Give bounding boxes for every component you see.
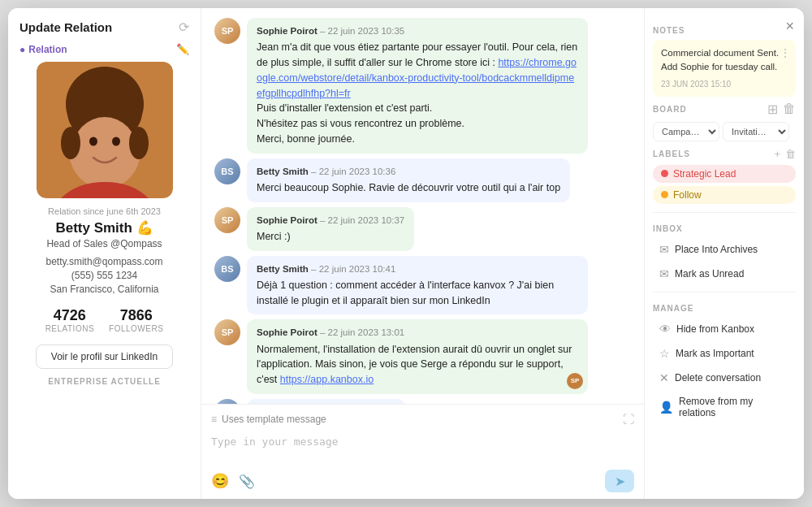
chat-panel: SP Sophie Poirot – 22 juin 2023 10:35 Je…: [201, 8, 645, 499]
board-select-2[interactable]: Invitation Se...: [723, 122, 789, 141]
delete-icon: ✕: [659, 371, 669, 384]
labels-title: LABELS: [653, 150, 690, 158]
label-strategic-text: Strategic Lead: [673, 168, 736, 180]
manage-action-important[interactable]: ☆ Mark as Important: [653, 342, 796, 365]
hide-icon: 👁: [659, 323, 671, 336]
header-icon: ⟳: [179, 20, 189, 35]
manage-important-label: Mark as Important: [676, 348, 754, 359]
remove-icon: 👤: [659, 401, 673, 414]
stat-followers-value: 7866: [120, 307, 153, 324]
chat-messages: SP Sophie Poirot – 22 juin 2023 10:35 Je…: [201, 8, 644, 404]
msg-text-3: Merci :): [257, 229, 404, 245]
inbox-action-unread[interactable]: ✉ Mark as Unread: [653, 262, 796, 285]
label-strategic: Strategic Lead: [653, 165, 796, 183]
msg-sender-3: Sophie Poirot – 22 juin 2023 10:37: [257, 214, 404, 228]
label-actions: + 🗑: [774, 148, 796, 160]
manage-delete-label: Delete conversation: [675, 372, 761, 384]
template-icon: ≡: [211, 414, 217, 425]
stat-relations: 4726 RELATIONS: [45, 307, 94, 333]
close-button[interactable]: ×: [785, 18, 794, 35]
bubble-3: Sophie Poirot – 22 juin 2023 10:37 Merci…: [247, 207, 414, 251]
label-dot-orange: [661, 191, 668, 198]
send-button[interactable]: ➤: [605, 470, 634, 492]
person-location: San Francisco, California: [50, 284, 158, 295]
attach-icon[interactable]: 📎: [239, 474, 255, 489]
board-row: BOARD ⊞ 🗑: [653, 102, 796, 117]
label-dot-red: [661, 170, 668, 177]
relation-section: ● Relation ✏️: [8, 40, 201, 62]
manage-action-hide[interactable]: 👁 Hide from Kanbox: [653, 318, 796, 340]
note-card: ⋮ Commercial document Sent. Add Sophie f…: [653, 40, 796, 97]
panel-title: Update Relation: [19, 20, 112, 34]
relation-icon: ●: [19, 44, 25, 55]
label-follow-text: Follow: [673, 189, 702, 201]
msg-sender-4: Betty Smith – 22 juin 2023 10:41: [257, 262, 578, 276]
board-select-1[interactable]: Campaign F...: [653, 122, 719, 141]
bubble-1: Sophie Poirot – 22 juin 2023 10:35 Jean …: [247, 18, 588, 154]
manage-title: MANAGE: [653, 304, 796, 313]
stats-row: 4726 RELATIONS 7866 FOLLOWERS: [45, 307, 164, 333]
board-selects: Campaign F... Invitation Se...: [653, 122, 796, 141]
manage-action-remove[interactable]: 👤 Remove from my relations: [653, 391, 796, 423]
notes-title: NOTES: [653, 26, 796, 35]
board-icons: ⊞ 🗑: [767, 102, 796, 117]
board-icon-1[interactable]: ⊞: [767, 102, 778, 117]
template-label: Uses template message: [222, 414, 326, 425]
person-phone: (555) 555 1234: [71, 270, 137, 281]
msg-link-1[interactable]: https://chrome.google.com/webstore/detai…: [257, 57, 577, 99]
chat-footer: ≡ Uses template message ⛶ 😊 📎 ➤: [201, 404, 644, 499]
avatar-betty-3: BS: [214, 399, 240, 404]
person-title: Head of Sales @Qompass: [46, 238, 162, 249]
entreprise-label: ENTREPRISE ACTUELLE: [8, 377, 201, 386]
stat-relations-value: 4726: [54, 307, 86, 324]
label-delete-icon[interactable]: 🗑: [785, 148, 796, 160]
inbox-unread-label: Mark as Unread: [675, 268, 744, 280]
emoji-icon[interactable]: 😊: [211, 472, 229, 490]
divider-2: [653, 292, 796, 292]
linkedin-button[interactable]: Voir le profil sur LinkedIn: [36, 344, 173, 369]
message-2: BS Betty Smith – 22 juin 2023 10:36 Merc…: [214, 158, 631, 202]
expand-icon[interactable]: ⛶: [623, 413, 634, 426]
stat-followers: 7866 FOLLOWERS: [109, 307, 163, 333]
manage-section: MANAGE 👁 Hide from Kanbox ☆ Mark as Impo…: [653, 297, 796, 425]
right-panel: NOTES ⋮ Commercial document Sent. Add So…: [645, 8, 804, 499]
manage-remove-label: Remove from my relations: [679, 396, 789, 418]
message-4: BS Betty Smith – 22 juin 2023 10:41 Déjà…: [214, 256, 631, 315]
message-input[interactable]: [211, 431, 634, 463]
labels-header: LABELS + 🗑: [653, 148, 796, 160]
message-1: SP Sophie Poirot – 22 juin 2023 10:35 Je…: [214, 18, 631, 154]
inbox-action-archive[interactable]: ✉ Place Into Archives: [653, 238, 796, 261]
msg-text-4: Déjà 1 question : comment accéder à l'in…: [257, 278, 578, 309]
label-follow: Follow: [653, 186, 796, 204]
divider-1: [653, 212, 796, 213]
note-date: 23 JUN 2023 15:10: [661, 78, 788, 90]
modal-container: Update Relation ⟳ ● Relation ✏️: [8, 8, 804, 499]
avatar-betty-2: BS: [214, 256, 240, 282]
label-add-icon[interactable]: +: [774, 148, 780, 160]
inbox-title: INBOX: [653, 224, 796, 233]
important-icon: ☆: [659, 347, 670, 360]
message-3: SP Sophie Poirot – 22 juin 2023 10:37 Me…: [214, 207, 631, 251]
left-panel: Update Relation ⟳ ● Relation ✏️: [8, 8, 201, 499]
note-text: Commercial document Sent. Add Sophie for…: [661, 46, 788, 75]
board-delete-icon[interactable]: 🗑: [783, 102, 796, 117]
bubble-2: Betty Smith – 22 juin 2023 10:36 Merci b…: [247, 158, 570, 202]
svg-point-5: [72, 117, 137, 185]
svg-point-8: [61, 127, 80, 159]
msg-link-5[interactable]: https://app.kanbox.io: [280, 374, 374, 385]
archive-icon: ✉: [659, 243, 669, 256]
msg-sender-2: Betty Smith – 22 juin 2023 10:36: [257, 165, 560, 179]
relation-edit-icon[interactable]: ✏️: [176, 43, 189, 55]
chat-action-icons: 😊 📎: [211, 472, 255, 490]
msg-sender-1: Sophie Poirot – 22 juin 2023 10:35: [257, 24, 578, 38]
svg-point-7: [112, 137, 120, 146]
manage-action-delete[interactable]: ✕ Delete conversation: [653, 366, 796, 389]
template-row: ≡ Uses template message ⛶: [211, 410, 634, 431]
msg-sender-5: Sophie Poirot – 22 juin 2023 13:01: [257, 326, 578, 340]
msg-text-1: Jean m'a dit que vous étiez partante pou…: [257, 40, 578, 146]
message-5: SP Sophie Poirot – 22 juin 2023 13:01 No…: [214, 319, 631, 394]
board-title: BOARD: [653, 105, 687, 114]
note-menu-icon[interactable]: ⋮: [780, 45, 791, 62]
unread-icon: ✉: [659, 267, 669, 280]
inbox-archive-label: Place Into Archives: [675, 244, 758, 255]
